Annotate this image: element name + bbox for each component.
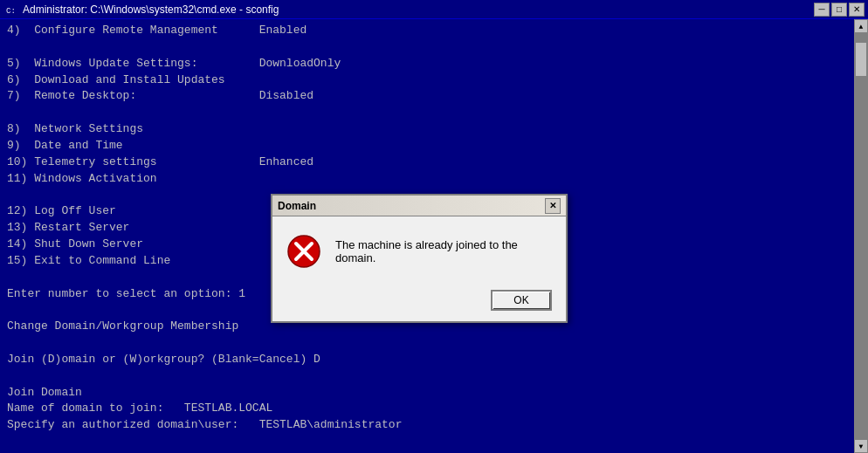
cmd-icon: C: — [3, 3, 17, 17]
console-line: Join (D)omain or (W)orkgroup? (Blank=Can… — [7, 352, 861, 368]
console-line — [7, 434, 861, 450]
console-line: Specify an authorized domain\user: TESTL… — [7, 417, 861, 434]
maximize-button[interactable]: □ — [831, 3, 847, 17]
console-line — [7, 368, 861, 385]
console-line: 7) Remote Desktop: Disabled — [7, 88, 861, 105]
dialog-footer: OK — [272, 283, 566, 321]
close-button[interactable]: ✕ — [849, 3, 865, 17]
console-line: 9) Date and Time — [7, 138, 861, 154]
scroll-thumb[interactable] — [855, 42, 867, 77]
console-line: 10) Telemetry settings Enhanced — [7, 154, 861, 171]
title-bar-controls: ─ □ ✕ — [814, 3, 865, 17]
console-line: 11) Windows Activation — [7, 171, 861, 188]
dialog-message: The machine is already joined to the dom… — [335, 238, 552, 264]
console-line: Name of domain to join: TESTLAB.LOCAL — [7, 401, 861, 417]
svg-text:C:: C: — [6, 7, 16, 16]
dialog-close-button[interactable]: ✕ — [545, 198, 561, 214]
console-line — [7, 105, 861, 121]
error-icon — [286, 234, 321, 269]
title-bar: C: Administrator: C:\Windows\system32\cm… — [0, 0, 868, 19]
scroll-track[interactable] — [854, 33, 868, 439]
title-bar-left: C: Administrator: C:\Windows\system32\cm… — [3, 3, 279, 17]
ok-button[interactable]: OK — [491, 290, 552, 311]
console-line: Join Domain — [7, 385, 861, 402]
console-line: 5) Windows Update Settings: DownloadOnly — [7, 56, 861, 72]
scrollbar[interactable]: ▲ ▼ — [854, 19, 868, 453]
domain-dialog: Domain ✕ The machine is already joined t… — [271, 194, 568, 323]
dialog-title-bar: Domain ✕ — [272, 196, 566, 216]
console-line: 4) Configure Remote Management Enabled — [7, 23, 861, 39]
console-line: 6) Download and Install Updates — [7, 72, 861, 89]
console-line — [7, 335, 861, 352]
console-area: 4) Configure Remote Management Enabled 5… — [0, 19, 868, 453]
window-title: Administrator: C:\Windows\system32\cmd.e… — [23, 3, 279, 16]
scroll-down-button[interactable]: ▼ — [854, 439, 868, 453]
dialog-title: Domain — [278, 200, 316, 212]
scroll-up-button[interactable]: ▲ — [854, 19, 868, 33]
dialog-body: The machine is already joined to the dom… — [272, 216, 566, 283]
console-line — [7, 39, 861, 56]
console-line: 8) Network Settings — [7, 121, 861, 138]
minimize-button[interactable]: ─ — [814, 3, 830, 17]
